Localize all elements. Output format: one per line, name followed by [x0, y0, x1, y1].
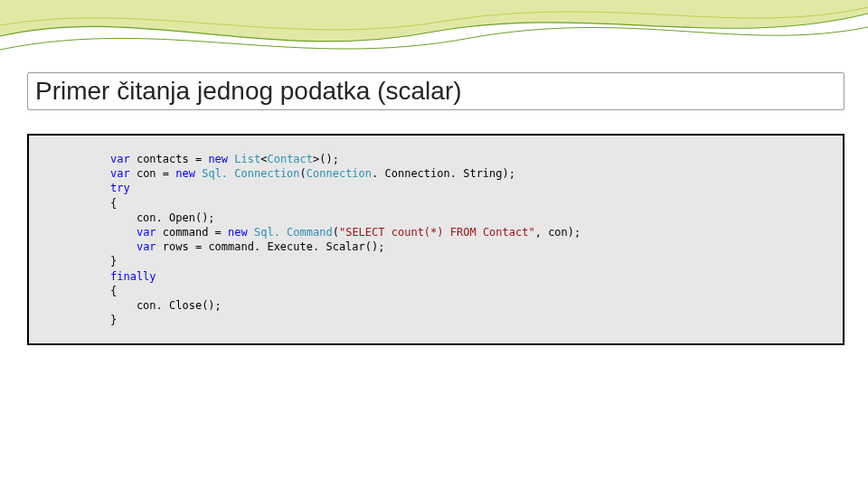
slide-title: Primer čitanja jednog podatka (scalar) — [35, 77, 836, 106]
kw-try: try — [110, 182, 130, 194]
kw-new: new — [228, 226, 248, 239]
type-sqlconnection: Sql. Connection — [202, 167, 299, 180]
string-literal: "SELECT count(*) FROM Contact" — [339, 226, 535, 239]
decorative-swoosh — [0, 0, 868, 72]
type-connection: Connection — [307, 167, 372, 180]
kw-new: new — [175, 167, 195, 180]
brace: { — [110, 197, 117, 210]
kw-var: var — [110, 153, 130, 165]
kw-var: var — [137, 226, 156, 239]
type-list: List — [234, 153, 260, 165]
code-block: var contacts = new List<Contact>(); var … — [27, 134, 844, 345]
slide: Primer čitanja jednog podatka (scalar) v… — [0, 0, 868, 488]
line-con-close: con. Close(); — [110, 299, 222, 312]
type-contact: Contact — [267, 153, 313, 165]
brace: } — [110, 255, 117, 267]
brace: { — [110, 285, 117, 297]
kw-var: var — [110, 167, 130, 180]
type-sqlcommand: Sql. Command — [254, 226, 333, 239]
kw-finally: finally — [110, 270, 156, 283]
kw-var: var — [137, 240, 156, 253]
brace: } — [110, 314, 117, 326]
kw-new: new — [208, 153, 228, 165]
line-con-open: con. Open(); — [110, 211, 215, 224]
code-content: var contacts = new List<Contact>(); var … — [110, 152, 825, 327]
title-container: Primer čitanja jednog podatka (scalar) — [27, 72, 844, 110]
